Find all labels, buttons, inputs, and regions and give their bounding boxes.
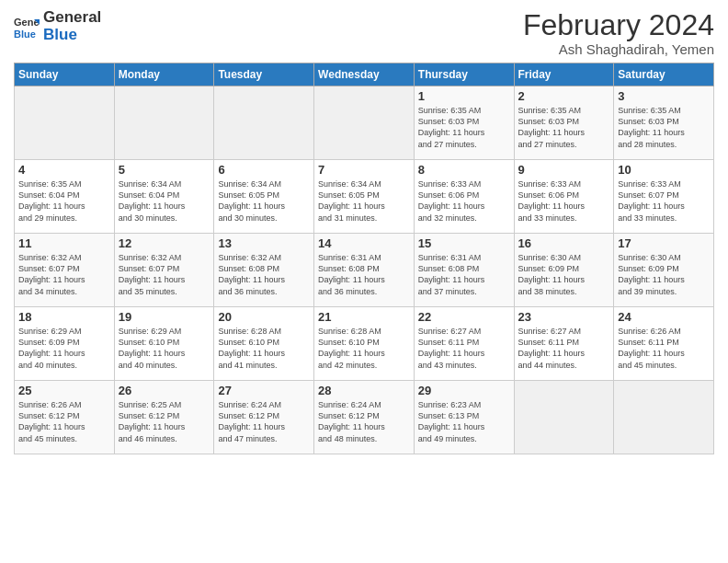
calendar-table: Sunday Monday Tuesday Wednesday Thursday… [14,63,714,454]
day-number: 5 [119,163,210,177]
day-cell: 20Sunrise: 6:28 AM Sunset: 6:10 PM Dayli… [214,307,314,381]
day-info: Sunrise: 6:35 AM Sunset: 6:03 PM Dayligh… [418,105,510,150]
col-saturday: Saturday [614,63,714,86]
day-cell [214,86,314,160]
day-info: Sunrise: 6:24 AM Sunset: 6:12 PM Dayligh… [318,399,410,444]
day-number: 7 [318,163,410,177]
subtitle: Ash Shaghadirah, Yemen [523,41,714,57]
logo-general-text: General [43,9,101,27]
svg-text:Blue: Blue [14,29,36,40]
day-info: Sunrise: 6:26 AM Sunset: 6:11 PM Dayligh… [618,326,710,371]
day-info: Sunrise: 6:26 AM Sunset: 6:12 PM Dayligh… [18,399,110,444]
day-number: 25 [18,384,110,397]
day-info: Sunrise: 6:28 AM Sunset: 6:10 PM Dayligh… [218,326,310,371]
day-cell: 18Sunrise: 6:29 AM Sunset: 6:09 PM Dayli… [15,307,115,381]
day-info: Sunrise: 6:28 AM Sunset: 6:10 PM Dayligh… [318,326,410,371]
day-cell: 9Sunrise: 6:33 AM Sunset: 6:06 PM Daylig… [514,160,614,234]
day-cell: 19Sunrise: 6:29 AM Sunset: 6:10 PM Dayli… [114,307,214,381]
header: General Blue General Blue February 2024 … [14,9,714,57]
day-cell: 26Sunrise: 6:25 AM Sunset: 6:12 PM Dayli… [114,381,214,454]
day-cell: 10Sunrise: 6:33 AM Sunset: 6:07 PM Dayli… [614,160,714,234]
day-cell: 28Sunrise: 6:24 AM Sunset: 6:12 PM Dayli… [314,381,415,454]
day-cell [614,381,714,454]
day-cell [314,86,415,160]
day-number: 14 [318,236,410,250]
day-cell: 13Sunrise: 6:32 AM Sunset: 6:08 PM Dayli… [214,234,314,307]
day-cell: 22Sunrise: 6:27 AM Sunset: 6:11 PM Dayli… [414,307,514,381]
day-number: 17 [618,236,710,250]
col-tuesday: Tuesday [214,63,314,86]
day-cell: 8Sunrise: 6:33 AM Sunset: 6:06 PM Daylig… [414,160,514,234]
day-number: 1 [418,89,510,103]
day-info: Sunrise: 6:29 AM Sunset: 6:10 PM Dayligh… [119,326,210,371]
day-info: Sunrise: 6:27 AM Sunset: 6:11 PM Dayligh… [418,326,510,371]
day-info: Sunrise: 6:25 AM Sunset: 6:12 PM Dayligh… [119,399,210,444]
day-number: 16 [518,236,610,250]
title-block: February 2024 Ash Shaghadirah, Yemen [523,9,714,57]
day-cell: 11Sunrise: 6:32 AM Sunset: 6:07 PM Dayli… [15,234,115,307]
day-number: 29 [418,384,510,397]
day-number: 12 [119,236,210,250]
day-cell: 29Sunrise: 6:23 AM Sunset: 6:13 PM Dayli… [414,381,514,454]
day-info: Sunrise: 6:32 AM Sunset: 6:08 PM Dayligh… [218,252,310,297]
day-number: 4 [18,163,110,177]
day-number: 11 [18,236,110,250]
day-number: 28 [318,384,410,397]
day-number: 22 [418,310,510,324]
day-number: 26 [119,384,210,397]
day-info: Sunrise: 6:30 AM Sunset: 6:09 PM Dayligh… [618,252,710,297]
day-cell: 5Sunrise: 6:34 AM Sunset: 6:04 PM Daylig… [114,160,214,234]
col-monday: Monday [114,63,214,86]
day-number: 10 [618,163,710,177]
day-cell: 3Sunrise: 6:35 AM Sunset: 6:03 PM Daylig… [614,86,714,160]
day-info: Sunrise: 6:34 AM Sunset: 6:04 PM Dayligh… [119,178,210,224]
day-number: 24 [618,310,710,324]
day-info: Sunrise: 6:35 AM Sunset: 6:04 PM Dayligh… [18,178,110,224]
week-row-1: 4Sunrise: 6:35 AM Sunset: 6:04 PM Daylig… [15,160,714,234]
day-cell: 27Sunrise: 6:24 AM Sunset: 6:12 PM Dayli… [214,381,314,454]
day-info: Sunrise: 6:35 AM Sunset: 6:03 PM Dayligh… [618,105,710,150]
day-info: Sunrise: 6:33 AM Sunset: 6:07 PM Dayligh… [618,178,710,224]
week-row-2: 11Sunrise: 6:32 AM Sunset: 6:07 PM Dayli… [15,234,714,307]
day-cell: 1Sunrise: 6:35 AM Sunset: 6:03 PM Daylig… [414,86,514,160]
col-sunday: Sunday [15,63,115,86]
day-cell: 23Sunrise: 6:27 AM Sunset: 6:11 PM Dayli… [514,307,614,381]
day-cell: 12Sunrise: 6:32 AM Sunset: 6:07 PM Dayli… [114,234,214,307]
logo-text: General Blue [43,9,101,43]
day-cell [514,381,614,454]
day-number: 6 [218,163,310,177]
day-info: Sunrise: 6:23 AM Sunset: 6:13 PM Dayligh… [418,399,510,444]
day-info: Sunrise: 6:34 AM Sunset: 6:05 PM Dayligh… [318,178,410,224]
header-row: Sunday Monday Tuesday Wednesday Thursday… [15,63,714,86]
day-cell: 17Sunrise: 6:30 AM Sunset: 6:09 PM Dayli… [614,234,714,307]
day-info: Sunrise: 6:31 AM Sunset: 6:08 PM Dayligh… [318,252,410,297]
day-number: 23 [518,310,610,324]
day-number: 27 [218,384,310,397]
day-info: Sunrise: 6:31 AM Sunset: 6:08 PM Dayligh… [418,252,510,297]
col-thursday: Thursday [414,63,514,86]
day-number: 20 [218,310,310,324]
logo-blue-text: Blue [43,27,101,44]
page: General Blue General Blue February 2024 … [0,0,728,563]
week-row-3: 18Sunrise: 6:29 AM Sunset: 6:09 PM Dayli… [15,307,714,381]
day-number: 9 [518,163,610,177]
day-number: 8 [418,163,510,177]
day-cell: 2Sunrise: 6:35 AM Sunset: 6:03 PM Daylig… [514,86,614,160]
day-info: Sunrise: 6:30 AM Sunset: 6:09 PM Dayligh… [518,252,610,297]
day-info: Sunrise: 6:32 AM Sunset: 6:07 PM Dayligh… [18,252,110,297]
day-number: 15 [418,236,510,250]
day-cell: 14Sunrise: 6:31 AM Sunset: 6:08 PM Dayli… [314,234,415,307]
day-number: 19 [119,310,210,324]
svg-text:General: General [14,17,40,28]
day-cell: 16Sunrise: 6:30 AM Sunset: 6:09 PM Dayli… [514,234,614,307]
day-cell: 15Sunrise: 6:31 AM Sunset: 6:08 PM Dayli… [414,234,514,307]
day-cell [15,86,115,160]
day-number: 18 [18,310,110,324]
week-row-0: 1Sunrise: 6:35 AM Sunset: 6:03 PM Daylig… [15,86,714,160]
day-cell: 25Sunrise: 6:26 AM Sunset: 6:12 PM Dayli… [15,381,115,454]
day-info: Sunrise: 6:32 AM Sunset: 6:07 PM Dayligh… [119,252,210,297]
day-info: Sunrise: 6:29 AM Sunset: 6:09 PM Dayligh… [18,326,110,371]
day-cell [114,86,214,160]
day-info: Sunrise: 6:35 AM Sunset: 6:03 PM Dayligh… [518,105,610,150]
day-info: Sunrise: 6:34 AM Sunset: 6:05 PM Dayligh… [218,178,310,224]
